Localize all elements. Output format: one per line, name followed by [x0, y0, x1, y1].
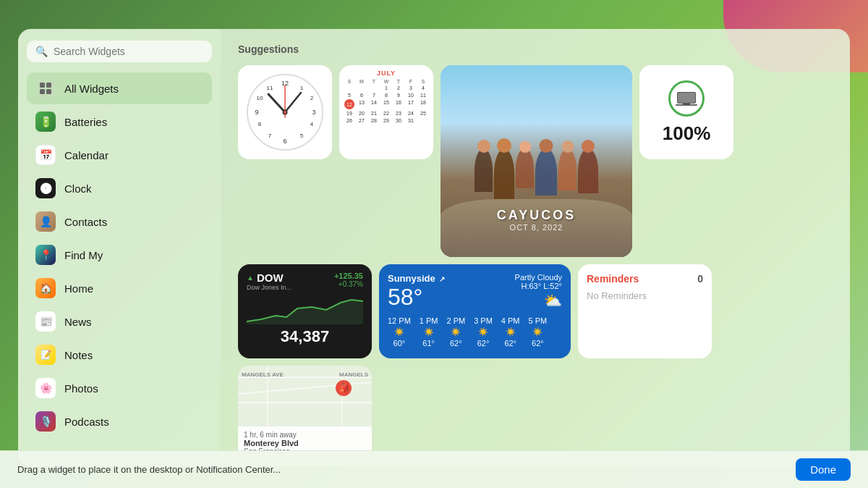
- weather-low: L:52°: [543, 282, 562, 290]
- maps-widget[interactable]: MANGELS AVE MANGELS 🎒 1 hr, 6 min away M…: [238, 366, 372, 460]
- weather-condition: Partly Cloudy: [515, 273, 562, 282]
- sidebar-item-home[interactable]: 🏠 Home: [27, 272, 212, 304]
- cal-day: 4: [417, 85, 429, 91]
- svg-rect-0: [40, 83, 45, 88]
- home-icon: 🏠: [35, 278, 56, 298]
- cal-day: 15: [380, 99, 392, 109]
- calendar-grid: S M T W T F S 1 2 3 4 5 6: [344, 79, 429, 124]
- battery-percent: 100%: [663, 122, 711, 145]
- cal-day: 10: [405, 92, 417, 98]
- cal-hdr-3: W: [380, 79, 392, 84]
- cal-day: 7: [368, 92, 380, 98]
- cal-day: [344, 85, 355, 91]
- content-area: Suggestions 12 3 6 9 1 2 4 5 7 8 10: [221, 29, 850, 466]
- stocks-widget[interactable]: ▲ DOW Dow Jones In... +125.35 +0.37%: [238, 264, 372, 358]
- sidebar-item-find-my[interactable]: 📍 Find My: [27, 239, 212, 271]
- calendar-month: JULY: [344, 70, 429, 77]
- cal-day: 8: [380, 92, 392, 98]
- clock-widget[interactable]: 12 3 6 9 1 2 4 5 7 8 10 11: [238, 65, 332, 159]
- svg-rect-25: [683, 103, 690, 105]
- sidebar-item-batteries[interactable]: 🔋 Batteries: [27, 106, 212, 138]
- cal-day: [417, 117, 429, 124]
- sidebar-label-home: Home: [64, 282, 93, 295]
- news-icon: 📰: [35, 311, 56, 332]
- cal-day: 22: [380, 110, 392, 117]
- cal-day: 24: [405, 110, 417, 117]
- cal-day: 30: [393, 117, 404, 124]
- sidebar-label-calendar: Calendar: [64, 149, 109, 161]
- reminders-empty: No Reminders: [587, 290, 703, 301]
- sidebar-item-calendar[interactable]: 📅 Calendar: [27, 139, 212, 171]
- podcasts-icon: 🎙️: [35, 411, 56, 432]
- cal-day: 23: [393, 110, 404, 117]
- cal-day: 21: [368, 110, 380, 117]
- search-icon: 🔍: [35, 46, 48, 57]
- weather-location: Sunnyside: [388, 273, 435, 284]
- svg-text:5: 5: [300, 132, 304, 139]
- sidebar-item-notes[interactable]: 📝 Notes: [27, 339, 212, 371]
- sidebar-item-contacts[interactable]: 👤 Contacts: [27, 206, 212, 237]
- cal-day: 14: [368, 99, 380, 109]
- sidebar-item-news[interactable]: 📰 News: [27, 306, 212, 337]
- svg-point-21: [284, 111, 286, 114]
- weather-widget[interactable]: Sunnyside ↗ 58° Partly Cloudy H:63° L:52…: [379, 264, 571, 358]
- sidebar: 🔍 All Widgets 🔋 Batteries 📅 Calendar: [18, 29, 221, 466]
- cal-day: 13: [356, 99, 367, 109]
- cal-day: 26: [344, 117, 355, 124]
- photo-location: CAYUCOS: [441, 208, 632, 223]
- svg-text:3: 3: [312, 109, 315, 116]
- cal-hdr-2: T: [368, 79, 380, 84]
- cal-day: 6: [356, 92, 367, 98]
- sidebar-label-find-my: Find My: [64, 249, 103, 261]
- all-widgets-icon: [35, 78, 56, 98]
- bottom-instruction: Drag a widget to place it on the desktop…: [17, 464, 281, 475]
- cal-hdr-5: F: [405, 79, 417, 84]
- cal-day: 31: [405, 117, 417, 124]
- calendar-icon: 📅: [35, 145, 56, 165]
- svg-text:4: 4: [310, 121, 314, 127]
- sidebar-item-all-widgets[interactable]: All Widgets: [27, 72, 212, 104]
- cal-day: 18: [417, 99, 429, 109]
- svg-text:10: 10: [257, 95, 263, 101]
- calendar-widget[interactable]: JULY S M T W T F S 1 2 3 4: [339, 65, 433, 159]
- svg-marker-26: [247, 300, 363, 324]
- photo-widget[interactable]: CAYUCOS OCT 8, 2022: [441, 65, 632, 257]
- suggestions-section-title: Suggestions: [238, 43, 833, 55]
- cal-day: 9: [393, 92, 404, 98]
- svg-rect-2: [40, 89, 45, 94]
- sidebar-item-photos[interactable]: 🌸 Photos: [27, 372, 212, 404]
- search-input[interactable]: [54, 46, 203, 57]
- sidebar-item-podcasts[interactable]: 🎙️ Podcasts: [27, 405, 212, 437]
- cal-day: 3: [405, 85, 417, 91]
- reminders-title: Reminders: [587, 273, 639, 285]
- svg-text:7: 7: [268, 132, 272, 139]
- cal-day: 29: [380, 117, 392, 124]
- cal-day-today: 12: [344, 99, 354, 109]
- cal-day: 5: [344, 92, 355, 98]
- svg-text:6: 6: [283, 138, 286, 145]
- sidebar-label-all-widgets: All Widgets: [64, 83, 119, 95]
- cal-hdr-6: S: [417, 79, 429, 84]
- cal-day: 20: [356, 110, 367, 117]
- cal-day: 16: [393, 99, 404, 109]
- sidebar-label-clock: Clock: [64, 182, 92, 195]
- cal-day: 17: [405, 99, 417, 109]
- batteries-icon: 🔋: [35, 112, 56, 132]
- sidebar-label-batteries: Batteries: [64, 116, 107, 128]
- reminders-widget[interactable]: Reminders 0 No Reminders: [578, 264, 712, 358]
- stocks-value: 34,387: [247, 327, 363, 346]
- sidebar-item-clock[interactable]: 🕙 Clock: [27, 172, 212, 204]
- svg-text:1: 1: [300, 85, 304, 91]
- photo-date: OCT 8, 2022: [441, 223, 632, 232]
- weather-hour-5: 5 PM☀️62°: [529, 316, 548, 348]
- cal-day: 1: [380, 85, 392, 91]
- stocks-ticker: DOW: [257, 272, 284, 284]
- search-bar[interactable]: 🔍: [27, 41, 212, 62]
- done-button[interactable]: Done: [796, 458, 851, 481]
- weather-high: H:63°: [521, 282, 541, 290]
- weather-hour-4: 4 PM☀️62°: [501, 316, 520, 348]
- suggestions-grid: 12 3 6 9 1 2 4 5 7 8 10 11: [238, 65, 833, 460]
- cal-hdr-0: S: [344, 79, 355, 84]
- battery-widget[interactable]: 100%: [639, 65, 733, 159]
- cal-hdr-1: M: [356, 79, 367, 84]
